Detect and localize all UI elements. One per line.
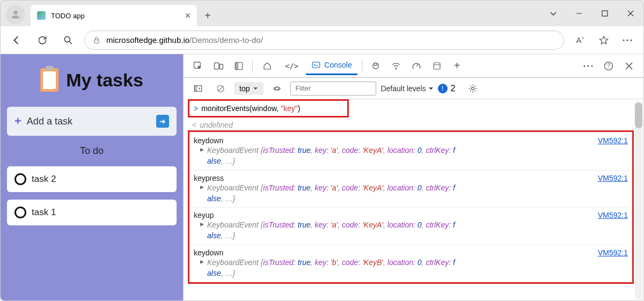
help-button[interactable]: ? [599,57,618,75]
svg-rect-2 [602,11,608,16]
console-output[interactable]: > monitorEvents(window, "key") <undefine… [184,99,643,301]
window-titlebar: TODO app × + [1,1,643,26]
task-item[interactable]: task 1 [7,200,177,225]
scrollbar-thumb[interactable] [635,102,642,128]
return-value: undefined [200,121,233,129]
browser-tab[interactable]: TODO app × [31,5,197,26]
console-event-entry: keydownVM592:1▸KeyboardEvent {isTrusted:… [193,245,629,283]
svg-rect-5 [94,40,99,43]
event-name: keydown [194,248,598,257]
close-window-button[interactable] [618,1,643,26]
new-tab-button[interactable]: + [197,5,218,26]
devtools-more-button[interactable] [579,57,597,75]
url-path: /Demos/demo-to-do/ [189,35,263,45]
tab-elements[interactable]: </> [280,57,304,75]
toggle-sidebar-button[interactable] [189,79,207,98]
svg-point-29 [472,87,474,90]
url-domain: microsoftedge.github.io [106,35,189,45]
favicon [37,11,46,20]
scrollbar-track [635,101,642,299]
task-item[interactable]: task 2 [7,166,177,192]
levels-selector[interactable]: Default levels [380,84,433,93]
event-source-link[interactable]: VM592:1 [598,211,628,219]
task-label: task 1 [32,207,56,218]
more-menu-button[interactable] [618,31,637,50]
search-button[interactable] [58,31,78,50]
svg-point-3 [64,36,70,42]
event-object[interactable]: KeyboardEvent {isTrusted: true, key: 'b'… [207,257,628,279]
window-controls [540,1,643,26]
dock-button[interactable] [230,57,248,75]
section-heading: To do [7,143,177,159]
application-icon[interactable] [428,57,446,75]
event-object[interactable]: KeyboardEvent {isTrusted: true, key: 'a'… [207,219,628,241]
svg-point-20 [588,65,589,67]
chevron-down-icon[interactable] [540,1,566,26]
close-devtools-button[interactable] [620,57,638,75]
svg-point-15 [374,63,377,65]
event-name: keyup [194,211,598,219]
svg-point-7 [626,39,628,41]
expand-caret-icon[interactable]: ▸ [200,182,204,204]
lock-icon [92,36,101,45]
svg-text:?: ? [607,63,610,69]
plus-icon: + [14,114,21,128]
expand-caret-icon[interactable]: ▸ [200,145,204,167]
tab-title: TODO app [51,12,179,20]
add-task-input[interactable]: + Add a task ➜ [7,107,177,136]
submit-task-button[interactable]: ➜ [156,115,169,128]
content-area: My tasks + Add a task ➜ To do task 2 tas… [1,54,643,301]
svg-point-19 [584,65,586,67]
levels-label: Default levels [380,84,426,93]
clear-console-button[interactable] [211,79,230,98]
back-button[interactable] [7,31,26,50]
console-icon [311,60,321,70]
event-object[interactable]: KeyboardEvent {isTrusted: true, key: 'a'… [207,182,628,204]
profile-avatar[interactable] [6,5,25,24]
issues-button[interactable]: ! 2 [438,84,456,93]
console-event-entry: keydownVM592:1▸KeyboardEvent {isTrusted:… [193,133,629,171]
chevron-down-icon [253,86,258,91]
console-event-entry: keyupVM592:1▸KeyboardEvent {isTrusted: t… [193,208,629,245]
task-checkbox[interactable] [14,207,26,218]
svg-rect-17 [434,63,440,69]
event-object[interactable]: KeyboardEvent {isTrusted: true, key: 'a'… [207,145,628,167]
minimize-button[interactable] [566,1,592,26]
favorite-button[interactable] [594,31,613,50]
more-tabs-button[interactable]: + [448,57,466,75]
frame-selector[interactable]: top [234,82,264,95]
address-bar[interactable]: microsoftedge.github.io/Demos/demo-to-do… [84,31,564,50]
console-settings-button[interactable] [464,79,482,98]
network-icon[interactable] [387,57,405,75]
clipboard-icon [40,68,58,92]
event-name: keydown [194,136,598,145]
event-source-link[interactable]: VM592:1 [598,136,628,145]
chevron-down-icon [428,86,434,91]
expand-caret-icon[interactable]: ▸ [200,219,204,241]
add-task-placeholder: Add a task [27,116,151,127]
console-events-block: keydownVM592:1▸KeyboardEvent {isTrusted:… [188,130,634,284]
svg-point-8 [630,39,632,41]
event-source-link[interactable]: VM592:1 [598,248,628,257]
event-name: keypress [194,174,598,182]
close-tab-icon[interactable]: × [185,10,191,21]
performance-icon[interactable] [407,57,426,75]
maximize-button[interactable] [592,1,618,26]
read-aloud-button[interactable]: A» [570,31,590,50]
tab-welcome[interactable] [257,57,277,75]
devtools-toolbar: </> Console + ? [184,54,643,78]
device-toggle-button[interactable] [209,57,228,75]
todo-app-panel: My tasks + Add a task ➜ To do task 2 tas… [1,54,183,301]
expand-caret-icon[interactable]: ▸ [200,257,204,279]
event-source-link[interactable]: VM592:1 [598,174,628,182]
task-checkbox[interactable] [14,173,26,185]
refresh-button[interactable] [33,31,52,50]
sources-icon[interactable] [367,57,385,75]
task-label: task 2 [32,174,56,185]
frame-label: top [239,84,250,93]
devtools-panel: </> Console + ? top [183,54,643,301]
filter-input[interactable] [290,82,376,96]
tab-console[interactable]: Console [306,57,357,75]
inspect-button[interactable] [189,57,207,75]
live-expression-button[interactable] [268,79,286,98]
